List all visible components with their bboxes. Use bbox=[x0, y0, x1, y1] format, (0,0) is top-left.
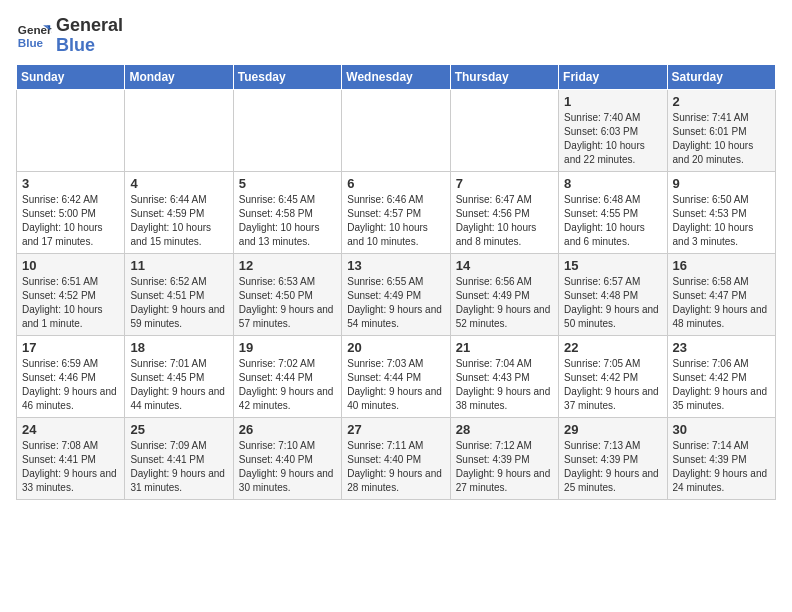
calendar-body: 1Sunrise: 7:40 AM Sunset: 6:03 PM Daylig… bbox=[17, 89, 776, 499]
calendar-cell: 2Sunrise: 7:41 AM Sunset: 6:01 PM Daylig… bbox=[667, 89, 775, 171]
calendar-cell: 9Sunrise: 6:50 AM Sunset: 4:53 PM Daylig… bbox=[667, 171, 775, 253]
calendar-cell: 29Sunrise: 7:13 AM Sunset: 4:39 PM Dayli… bbox=[559, 417, 667, 499]
day-number: 27 bbox=[347, 422, 444, 437]
calendar-cell: 5Sunrise: 6:45 AM Sunset: 4:58 PM Daylig… bbox=[233, 171, 341, 253]
weekday-header-cell: Thursday bbox=[450, 64, 558, 89]
weekday-header-cell: Saturday bbox=[667, 64, 775, 89]
weekday-header-cell: Monday bbox=[125, 64, 233, 89]
calendar-cell bbox=[342, 89, 450, 171]
day-info: Sunrise: 6:53 AM Sunset: 4:50 PM Dayligh… bbox=[239, 275, 336, 331]
calendar-cell: 25Sunrise: 7:09 AM Sunset: 4:41 PM Dayli… bbox=[125, 417, 233, 499]
day-number: 5 bbox=[239, 176, 336, 191]
svg-text:General: General bbox=[18, 23, 52, 36]
calendar-cell: 21Sunrise: 7:04 AM Sunset: 4:43 PM Dayli… bbox=[450, 335, 558, 417]
calendar-week-row: 3Sunrise: 6:42 AM Sunset: 5:00 PM Daylig… bbox=[17, 171, 776, 253]
day-number: 8 bbox=[564, 176, 661, 191]
day-info: Sunrise: 6:57 AM Sunset: 4:48 PM Dayligh… bbox=[564, 275, 661, 331]
calendar-cell: 13Sunrise: 6:55 AM Sunset: 4:49 PM Dayli… bbox=[342, 253, 450, 335]
day-number: 25 bbox=[130, 422, 227, 437]
day-info: Sunrise: 6:52 AM Sunset: 4:51 PM Dayligh… bbox=[130, 275, 227, 331]
day-info: Sunrise: 6:48 AM Sunset: 4:55 PM Dayligh… bbox=[564, 193, 661, 249]
calendar-cell: 27Sunrise: 7:11 AM Sunset: 4:40 PM Dayli… bbox=[342, 417, 450, 499]
day-info: Sunrise: 7:03 AM Sunset: 4:44 PM Dayligh… bbox=[347, 357, 444, 413]
day-info: Sunrise: 7:05 AM Sunset: 4:42 PM Dayligh… bbox=[564, 357, 661, 413]
day-info: Sunrise: 7:13 AM Sunset: 4:39 PM Dayligh… bbox=[564, 439, 661, 495]
day-info: Sunrise: 6:51 AM Sunset: 4:52 PM Dayligh… bbox=[22, 275, 119, 331]
day-number: 30 bbox=[673, 422, 770, 437]
day-info: Sunrise: 6:56 AM Sunset: 4:49 PM Dayligh… bbox=[456, 275, 553, 331]
day-number: 1 bbox=[564, 94, 661, 109]
day-number: 3 bbox=[22, 176, 119, 191]
calendar-cell: 22Sunrise: 7:05 AM Sunset: 4:42 PM Dayli… bbox=[559, 335, 667, 417]
weekday-header-cell: Wednesday bbox=[342, 64, 450, 89]
calendar-week-row: 1Sunrise: 7:40 AM Sunset: 6:03 PM Daylig… bbox=[17, 89, 776, 171]
day-info: Sunrise: 6:59 AM Sunset: 4:46 PM Dayligh… bbox=[22, 357, 119, 413]
calendar-week-row: 17Sunrise: 6:59 AM Sunset: 4:46 PM Dayli… bbox=[17, 335, 776, 417]
day-info: Sunrise: 7:01 AM Sunset: 4:45 PM Dayligh… bbox=[130, 357, 227, 413]
day-number: 7 bbox=[456, 176, 553, 191]
calendar-cell: 24Sunrise: 7:08 AM Sunset: 4:41 PM Dayli… bbox=[17, 417, 125, 499]
svg-text:Blue: Blue bbox=[18, 36, 44, 49]
day-info: Sunrise: 7:04 AM Sunset: 4:43 PM Dayligh… bbox=[456, 357, 553, 413]
calendar-cell: 18Sunrise: 7:01 AM Sunset: 4:45 PM Dayli… bbox=[125, 335, 233, 417]
day-number: 4 bbox=[130, 176, 227, 191]
day-info: Sunrise: 7:11 AM Sunset: 4:40 PM Dayligh… bbox=[347, 439, 444, 495]
logo: General Blue General Blue bbox=[16, 16, 123, 56]
day-info: Sunrise: 6:46 AM Sunset: 4:57 PM Dayligh… bbox=[347, 193, 444, 249]
day-number: 6 bbox=[347, 176, 444, 191]
day-info: Sunrise: 7:08 AM Sunset: 4:41 PM Dayligh… bbox=[22, 439, 119, 495]
calendar-cell: 1Sunrise: 7:40 AM Sunset: 6:03 PM Daylig… bbox=[559, 89, 667, 171]
calendar-cell bbox=[450, 89, 558, 171]
day-number: 13 bbox=[347, 258, 444, 273]
calendar-cell: 23Sunrise: 7:06 AM Sunset: 4:42 PM Dayli… bbox=[667, 335, 775, 417]
logo-icon: General Blue bbox=[16, 18, 52, 54]
calendar-cell bbox=[125, 89, 233, 171]
calendar-cell: 17Sunrise: 6:59 AM Sunset: 4:46 PM Dayli… bbox=[17, 335, 125, 417]
day-number: 24 bbox=[22, 422, 119, 437]
calendar-cell bbox=[17, 89, 125, 171]
day-number: 15 bbox=[564, 258, 661, 273]
day-info: Sunrise: 6:44 AM Sunset: 4:59 PM Dayligh… bbox=[130, 193, 227, 249]
calendar-cell: 30Sunrise: 7:14 AM Sunset: 4:39 PM Dayli… bbox=[667, 417, 775, 499]
day-number: 16 bbox=[673, 258, 770, 273]
logo-text: General Blue bbox=[56, 16, 123, 56]
calendar-cell: 10Sunrise: 6:51 AM Sunset: 4:52 PM Dayli… bbox=[17, 253, 125, 335]
calendar-cell: 4Sunrise: 6:44 AM Sunset: 4:59 PM Daylig… bbox=[125, 171, 233, 253]
day-number: 9 bbox=[673, 176, 770, 191]
page-header: General Blue General Blue bbox=[16, 16, 776, 56]
calendar-cell: 19Sunrise: 7:02 AM Sunset: 4:44 PM Dayli… bbox=[233, 335, 341, 417]
calendar-cell: 26Sunrise: 7:10 AM Sunset: 4:40 PM Dayli… bbox=[233, 417, 341, 499]
day-number: 26 bbox=[239, 422, 336, 437]
day-number: 11 bbox=[130, 258, 227, 273]
calendar-cell: 28Sunrise: 7:12 AM Sunset: 4:39 PM Dayli… bbox=[450, 417, 558, 499]
calendar-week-row: 24Sunrise: 7:08 AM Sunset: 4:41 PM Dayli… bbox=[17, 417, 776, 499]
day-number: 29 bbox=[564, 422, 661, 437]
day-info: Sunrise: 7:14 AM Sunset: 4:39 PM Dayligh… bbox=[673, 439, 770, 495]
day-info: Sunrise: 7:02 AM Sunset: 4:44 PM Dayligh… bbox=[239, 357, 336, 413]
calendar-cell: 14Sunrise: 6:56 AM Sunset: 4:49 PM Dayli… bbox=[450, 253, 558, 335]
calendar-cell: 20Sunrise: 7:03 AM Sunset: 4:44 PM Dayli… bbox=[342, 335, 450, 417]
calendar-week-row: 10Sunrise: 6:51 AM Sunset: 4:52 PM Dayli… bbox=[17, 253, 776, 335]
calendar-cell: 11Sunrise: 6:52 AM Sunset: 4:51 PM Dayli… bbox=[125, 253, 233, 335]
day-number: 17 bbox=[22, 340, 119, 355]
day-info: Sunrise: 7:10 AM Sunset: 4:40 PM Dayligh… bbox=[239, 439, 336, 495]
day-number: 2 bbox=[673, 94, 770, 109]
day-info: Sunrise: 7:41 AM Sunset: 6:01 PM Dayligh… bbox=[673, 111, 770, 167]
day-info: Sunrise: 7:12 AM Sunset: 4:39 PM Dayligh… bbox=[456, 439, 553, 495]
day-info: Sunrise: 6:58 AM Sunset: 4:47 PM Dayligh… bbox=[673, 275, 770, 331]
day-info: Sunrise: 6:55 AM Sunset: 4:49 PM Dayligh… bbox=[347, 275, 444, 331]
day-number: 20 bbox=[347, 340, 444, 355]
calendar-cell: 6Sunrise: 6:46 AM Sunset: 4:57 PM Daylig… bbox=[342, 171, 450, 253]
day-info: Sunrise: 6:45 AM Sunset: 4:58 PM Dayligh… bbox=[239, 193, 336, 249]
calendar-cell: 8Sunrise: 6:48 AM Sunset: 4:55 PM Daylig… bbox=[559, 171, 667, 253]
calendar-cell: 15Sunrise: 6:57 AM Sunset: 4:48 PM Dayli… bbox=[559, 253, 667, 335]
calendar-cell: 7Sunrise: 6:47 AM Sunset: 4:56 PM Daylig… bbox=[450, 171, 558, 253]
day-number: 21 bbox=[456, 340, 553, 355]
day-number: 19 bbox=[239, 340, 336, 355]
weekday-header-cell: Friday bbox=[559, 64, 667, 89]
day-info: Sunrise: 6:42 AM Sunset: 5:00 PM Dayligh… bbox=[22, 193, 119, 249]
day-info: Sunrise: 6:50 AM Sunset: 4:53 PM Dayligh… bbox=[673, 193, 770, 249]
day-number: 10 bbox=[22, 258, 119, 273]
day-number: 18 bbox=[130, 340, 227, 355]
day-info: Sunrise: 7:06 AM Sunset: 4:42 PM Dayligh… bbox=[673, 357, 770, 413]
